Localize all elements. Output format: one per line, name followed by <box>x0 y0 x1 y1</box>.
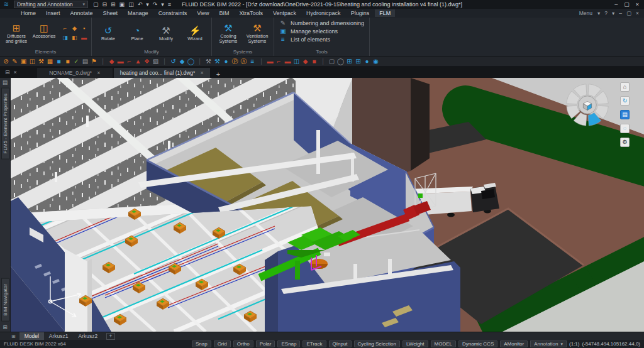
lookfrom-panel-icon[interactable]: ▤ <box>620 110 630 119</box>
damper-icon[interactable]: ▬ <box>79 33 89 43</box>
grille-icon[interactable]: ▦ <box>47 57 53 67</box>
fitting-icon[interactable]: ◆ <box>70 24 79 33</box>
restore-button[interactable]: ▢ <box>624 1 630 8</box>
panel-icon[interactable]: ▪ <box>79 24 89 33</box>
frame-icon[interactable]: ▢ <box>328 57 335 67</box>
redo-icon[interactable]: ↷ <box>153 1 158 8</box>
ribbon-button[interactable]: ◫ Accesories <box>30 23 58 44</box>
spin-icon[interactable]: ◌ <box>620 124 630 133</box>
menu-item[interactable]: Ventpack <box>269 9 301 17</box>
status-toggle[interactable]: Polar <box>256 340 275 347</box>
status-toggle[interactable]: QInput <box>329 340 352 347</box>
grille-blue-icon[interactable]: ◫ <box>293 57 300 67</box>
ribbon-button[interactable]: ⚡ Wizard <box>181 25 209 41</box>
valve-icon[interactable]: ◧ <box>70 33 79 43</box>
separator[interactable]: | <box>161 57 168 67</box>
no-entry-icon[interactable]: ⊘ <box>3 57 9 67</box>
ribbon-button[interactable]: ⊞ Diffusers and grilles <box>3 23 30 44</box>
separator[interactable]: | <box>99 57 106 67</box>
check-icon[interactable]: ✓ <box>73 57 80 67</box>
minimize-button[interactable]: – <box>614 1 618 8</box>
ribbon-button[interactable]: ⚒ Modify <box>152 25 180 41</box>
undo-icon[interactable]: ↶ <box>138 1 143 8</box>
menu-item[interactable]: Constraints <box>154 9 192 17</box>
box-3d-icon[interactable]: ⊞ <box>346 57 353 67</box>
separator[interactable]: | <box>319 57 326 67</box>
close-icon[interactable]: × <box>200 70 203 76</box>
duct-straight-icon[interactable]: ▬ <box>117 57 124 67</box>
sphere-small-icon[interactable]: ◉ <box>372 57 379 67</box>
block-red-icon[interactable]: ■ <box>311 57 318 67</box>
menu-item[interactable]: Insert <box>42 9 65 17</box>
point-icon[interactable]: ● <box>223 57 230 67</box>
add-layout-button[interactable]: + <box>106 333 114 340</box>
menu-item[interactable]: XtraTools <box>235 9 268 17</box>
fitting-red-icon[interactable]: ◆ <box>302 57 309 67</box>
orbit-icon[interactable]: ↻ <box>620 96 630 106</box>
open-file-icon[interactable]: ⊟ <box>103 1 108 8</box>
home-icon[interactable]: ⌂ <box>620 82 630 92</box>
settings-icon[interactable]: ⚙ <box>620 138 630 147</box>
panel-blue-icon[interactable]: ■ <box>55 57 62 67</box>
status-toggle[interactable]: ETrack <box>303 340 326 347</box>
close-all-icon[interactable]: × <box>14 69 17 75</box>
box-3d-solid-icon[interactable]: ⊞ <box>355 57 362 67</box>
accessory-icon[interactable]: ◫ <box>29 57 36 67</box>
status-toggle[interactable]: LWeight <box>402 340 428 347</box>
menu-item[interactable]: Sheet <box>99 9 123 17</box>
ribbon-tool-item[interactable]: ▣ Manage selections <box>279 28 364 35</box>
undo-dropdown-icon[interactable]: ▾ <box>146 1 149 8</box>
ribbon-button[interactable]: ⚒ Cooling Systems <box>214 23 242 44</box>
navigation-wheel[interactable] <box>564 81 611 129</box>
list-icon[interactable]: ≡ <box>249 57 256 67</box>
menu-item[interactable]: View <box>192 9 213 17</box>
menu-item[interactable]: Hydronicpack <box>302 9 345 17</box>
wizard-icon[interactable]: ⚒ <box>214 57 221 67</box>
circle-icon[interactable]: ◯ <box>187 57 194 67</box>
duct-fitting-icon[interactable]: ◆ <box>108 57 115 67</box>
duct-cross-icon[interactable]: ❖ <box>143 57 150 67</box>
status-toggle[interactable]: Snap <box>192 340 211 347</box>
ribbon-button[interactable]: ↺ Rotate <box>94 25 122 41</box>
note-icon[interactable]: ▤ <box>82 57 89 67</box>
bim-navigator-icon[interactable]: ⊞ <box>3 323 8 332</box>
pipe-elbow-icon[interactable]: ⌐ <box>275 57 282 67</box>
align-icon[interactable]: ◆ <box>179 57 186 67</box>
child-close-icon[interactable]: × <box>636 10 639 16</box>
layout-grid-icon[interactable]: ⊞ <box>0 334 19 339</box>
menu-item[interactable]: Home <box>16 9 40 17</box>
drawing-viewport[interactable]: ⌂↻▤◌⚙ <box>11 78 644 332</box>
pipe-straight-icon[interactable]: ▬ <box>267 57 274 67</box>
menu-item[interactable]: FLM <box>375 9 395 17</box>
separator[interactable]: | <box>258 57 265 67</box>
menu-item[interactable]: Annotate <box>66 9 97 17</box>
menu-item[interactable]: BIM <box>215 9 234 17</box>
menu-dropdown-icon[interactable]: ▾ <box>597 10 600 16</box>
rotate-icon[interactable]: ↺ <box>170 57 177 67</box>
redo-dropdown-icon[interactable]: ▾ <box>161 1 164 8</box>
panel-orange-icon[interactable]: ■ <box>64 57 71 67</box>
save-icon[interactable]: ▣ <box>119 1 125 8</box>
sphere-icon[interactable]: ● <box>364 57 370 67</box>
flag-icon[interactable]: ⚑ <box>91 57 97 67</box>
status-toggle[interactable]: Ortho <box>233 340 253 347</box>
properties-icon[interactable]: Ⓟ <box>231 57 238 67</box>
properties-panel-icon[interactable]: ▤ <box>3 78 8 87</box>
panel-vertical-tab[interactable]: BIM Navigator <box>1 278 9 322</box>
ribbon-button[interactable]: ⚒ Ventilation Systems <box>243 23 271 44</box>
workspace-selector[interactable]: Drafting and Annotation ▾ <box>14 1 88 8</box>
quick-menu-icon[interactable]: ≡ <box>168 1 171 8</box>
ribbon-tool-item[interactable]: ✎ Numbering and dimensioning <box>279 19 364 26</box>
tools-icon[interactable]: ⚒ <box>38 57 45 67</box>
new-tab-button[interactable]: + <box>211 70 225 78</box>
child-restore-icon[interactable]: ▢ <box>626 10 631 16</box>
status-toggle[interactable]: ESnap <box>277 340 300 347</box>
sphere-wire-icon[interactable]: ◯ <box>337 57 344 67</box>
status-toggle[interactable]: Dynamic CCS <box>458 340 497 347</box>
hanger-icon[interactable]: ⌐ <box>60 24 70 33</box>
close-button[interactable]: × <box>636 1 639 8</box>
annotation-scale-dropdown[interactable]: Annotation ▾ <box>530 340 567 347</box>
duct-branch-icon[interactable]: ▲ <box>135 57 142 67</box>
layout-tab[interactable]: Model <box>19 332 44 340</box>
status-toggle[interactable]: AMonitor <box>500 340 528 347</box>
